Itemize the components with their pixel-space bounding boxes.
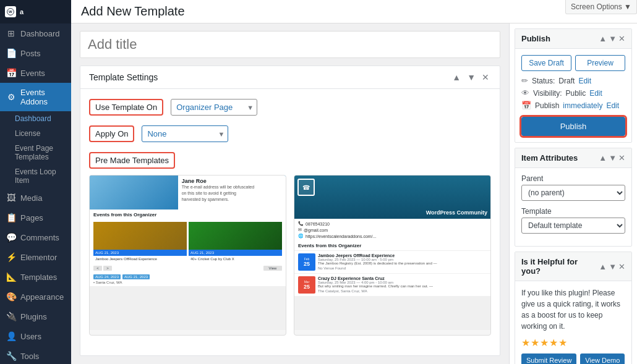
- template-preview-header-left: Jane Roe The e-mail address will be obfu…: [90, 176, 286, 210]
- title-input[interactable]: [80, 31, 500, 58]
- template-right-date-day-2: 25: [304, 284, 310, 290]
- template-card-right[interactable]: ☎ WordPress Community 📞: [294, 175, 491, 336]
- sidebar-item-dashboard[interactable]: ⊞ Dashboard: [0, 23, 71, 43]
- sidebar-item-appearance[interactable]: 🎨 Appearance: [0, 287, 71, 307]
- sidebar-label-pages: Pages: [20, 213, 43, 222]
- publish-widget-collapse-down[interactable]: ▼: [609, 34, 617, 43]
- template-right-phone: 0876543210: [306, 222, 330, 226]
- sidebar-sub-dashboard[interactable]: Dashboard: [9, 111, 71, 126]
- sidebar-item-users[interactable]: 👤 Users: [0, 326, 71, 346]
- sidebar-item-tools[interactable]: 🔧 Tools: [0, 346, 71, 364]
- sidebar-label-comments: Comments: [20, 233, 59, 242]
- sub-event-page-templates-label: Event Page Templates: [15, 144, 65, 161]
- status-value: Draft: [558, 77, 575, 85]
- sidebar-item-events-addons[interactable]: ⚙ Events Addons: [0, 83, 71, 111]
- sidebar-item-elementor[interactable]: ⚡ Elementor: [0, 247, 71, 267]
- item-attributes-close[interactable]: ✕: [618, 153, 625, 163]
- panel-close-button[interactable]: ✕: [480, 72, 491, 82]
- template-person-name: Jane Roe: [182, 178, 282, 184]
- sidebar-item-plugins[interactable]: 🔌 Plugins: [0, 307, 71, 326]
- panel-collapse-up-button[interactable]: ▲: [450, 72, 463, 82]
- publish-date-label: Publish: [535, 101, 559, 110]
- sidebar-item-events[interactable]: 📅 Events: [0, 63, 71, 83]
- template-card-left[interactable]: Jane Roe The e-mail address will be obfu…: [89, 175, 286, 336]
- template-next-btn[interactable]: >: [103, 266, 112, 271]
- publish-widget-collapse-up[interactable]: ▲: [599, 34, 607, 43]
- save-draft-button[interactable]: Save Draft: [521, 55, 571, 71]
- preview-button[interactable]: Preview: [575, 55, 625, 71]
- template-right-meta-web: 🌐 https://eventscalendaraddons.com/...: [298, 234, 487, 239]
- helpful-close[interactable]: ✕: [618, 262, 625, 271]
- eye-icon: 👁: [521, 88, 529, 98]
- parent-select[interactable]: (no parent): [521, 185, 625, 201]
- template-select[interactable]: Default template: [521, 218, 625, 234]
- item-attributes-header-actions: ▲ ▼ ✕: [599, 153, 625, 163]
- apply-on-select[interactable]: None All Specific: [142, 125, 228, 142]
- publish-date-value[interactable]: immediately: [563, 101, 602, 110]
- sidebar-item-comments[interactable]: 💬 Comments: [0, 227, 71, 247]
- topbar: Add New Template Screen Options ▼: [71, 0, 637, 23]
- template-label: Template: [521, 207, 625, 216]
- publish-widget-close[interactable]: ✕: [618, 34, 625, 43]
- helpful-widget-body: If you like this plugin! Please give us …: [515, 281, 631, 364]
- status-edit-link[interactable]: Edit: [578, 77, 591, 85]
- parent-label: Parent: [521, 174, 625, 183]
- template-card-body-1: Jamboo Jeepers OffRoad Experience: [93, 256, 187, 262]
- template-settings-title: Template Settings: [89, 72, 158, 82]
- item-attributes-collapse-down[interactable]: ▼: [609, 153, 617, 163]
- apply-on-label: Apply On: [89, 125, 134, 142]
- visibility-edit-link[interactable]: Edit: [589, 89, 602, 98]
- sidebar-item-media[interactable]: 🖼 Media: [0, 188, 71, 208]
- template-preview-header-right: ☎ WordPress Community: [294, 176, 490, 219]
- sidebar-item-templates[interactable]: 📐 Templates: [0, 267, 71, 287]
- helpful-widget-title: Is it Helpful for you?: [521, 257, 599, 276]
- publish-widget-header: Publish ▲ ▼ ✕: [515, 29, 631, 49]
- helpful-collapse-down[interactable]: ▼: [609, 262, 617, 271]
- sidebar-sub-events-loop-item[interactable]: Events Loop Item: [9, 164, 71, 188]
- helpful-widget: Is it Helpful for you? ▲ ▼ ✕ If you like…: [515, 252, 632, 364]
- use-template-select[interactable]: Organizer Page Event Page Event Loop Ite…: [171, 99, 257, 116]
- sub-events-loop-item-label: Events Loop Item: [15, 167, 65, 185]
- template-event-cards-left: AUG 21, 2023 Jamboo Jeepers OffRoad Expe…: [90, 220, 286, 264]
- sidebar-sub-event-page-templates[interactable]: Event Page Templates: [9, 141, 71, 164]
- template-event-card-1: AUG 21, 2023 Jamboo Jeepers OffRoad Expe…: [93, 222, 187, 262]
- template-right-event-2: Mar 25 Crazy DJ Experience Santa Cruz Sa…: [294, 274, 490, 297]
- templates-icon: 📐: [6, 272, 16, 282]
- item-attributes-widget: Item Attributes ▲ ▼ ✕ Parent (no parent)…: [515, 148, 632, 247]
- editor-area: Template Settings ▲ ▼ ✕ Use Template On …: [71, 23, 509, 364]
- sidebar-item-posts[interactable]: 📄 Posts: [0, 43, 71, 63]
- sub-dashboard-label: Dashboard: [15, 114, 51, 123]
- apply-on-select-wrap: None All Specific ▼: [142, 125, 228, 142]
- template-right-date-day-1: 25: [304, 261, 310, 267]
- publish-button[interactable]: Publish: [521, 117, 625, 136]
- sub-license-label: License: [15, 129, 40, 138]
- template-prev-btn[interactable]: <: [93, 266, 102, 271]
- template-right-event-1: Feb 25 Jamboo Jeepers OffRoad Experience…: [294, 251, 490, 274]
- template-view-btn[interactable]: View: [263, 266, 282, 271]
- sidebar-item-pages[interactable]: 📋 Pages: [0, 208, 71, 227]
- events-icon: 📅: [6, 68, 16, 78]
- sidebar-label-users: Users: [20, 332, 41, 341]
- right-sidebar: Publish ▲ ▼ ✕ Save Draft Preview ✏ Statu…: [509, 23, 637, 364]
- template-right-event-venue-2: The Catalyst, Santa Cruz, WA: [318, 289, 487, 293]
- view-demo-button[interactable]: View Demo: [580, 353, 625, 364]
- template-right-event-info-1: Jamboo Jeepers OffRoad Experience Saturd…: [318, 253, 487, 271]
- rating-stars: ★★★★★: [521, 337, 625, 349]
- helpful-collapse-up[interactable]: ▲: [599, 262, 607, 271]
- template-card-label-2: AUG 21, 2023: [189, 250, 282, 256]
- web-icon: 🌐: [298, 234, 304, 239]
- events-addons-icon: ⚙: [6, 92, 16, 102]
- publish-date-edit-link[interactable]: Edit: [606, 101, 619, 110]
- item-attributes-collapse-up[interactable]: ▲: [599, 153, 607, 163]
- template-right-date-box-1: Feb 25: [298, 253, 315, 271]
- panel-collapse-down-button[interactable]: ▼: [465, 72, 477, 82]
- events-addons-submenu: Dashboard License Event Page Templates E…: [0, 111, 71, 188]
- sidebar-label-plugins: Plugins: [20, 312, 47, 321]
- sidebar: W a ⊞ Dashboard 📄 Posts 📅 Events ⚙ Event…: [0, 0, 71, 364]
- status-label: Status:: [532, 77, 555, 85]
- use-template-label: Use Template On: [89, 99, 163, 116]
- pre-made-templates-row: Pre Made Templates Jane Roe The e-: [89, 152, 491, 336]
- submit-review-button[interactable]: Submit Review: [521, 353, 576, 364]
- sidebar-sub-license[interactable]: License: [9, 126, 71, 141]
- screen-options-button[interactable]: Screen Options ▼: [565, 0, 637, 14]
